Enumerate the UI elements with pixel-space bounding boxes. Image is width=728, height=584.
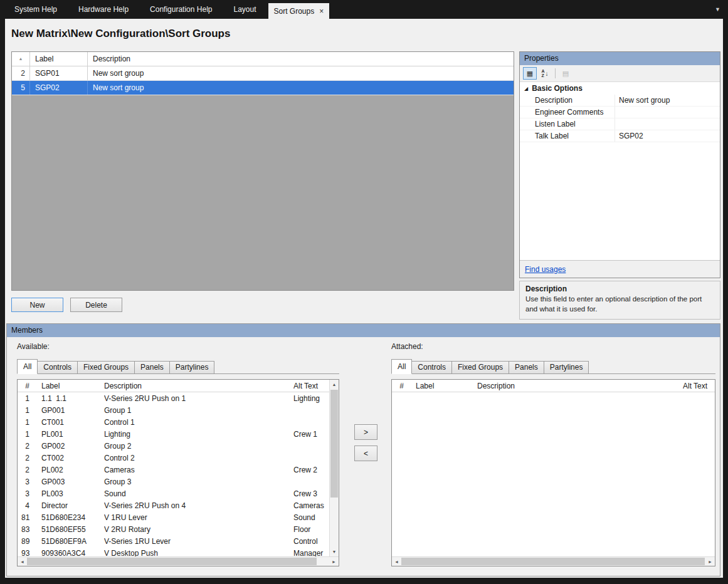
members-header: Members [7, 324, 720, 337]
table-row[interactable]: 4 Director V-Series 2RU Push on 4 Camera… [18, 499, 329, 511]
menu-item[interactable]: Configuration Help [139, 5, 223, 14]
sort-groups-table: ▲ Label Description 2 SGP01 New sort gro… [11, 51, 514, 291]
scroll-right-button[interactable]: ► [705, 557, 715, 566]
tab[interactable]: Panels [509, 361, 544, 373]
properties-header: Properties [520, 52, 720, 65]
cell-description: New sort group [88, 81, 514, 95]
tab[interactable]: All [391, 359, 412, 374]
table-row[interactable]: 89 51D680EF9A V-Series 1RU Lever Control [18, 535, 329, 547]
property-value[interactable]: New sort group [615, 95, 720, 106]
column-header-label[interactable]: Label [416, 382, 473, 390]
cell-alt-text: Sound [293, 513, 329, 522]
row-header[interactable]: 5 [12, 81, 30, 95]
chevron-down-icon[interactable]: ▼ [715, 6, 720, 13]
close-icon[interactable]: × [319, 7, 324, 16]
column-header-number[interactable]: # [21, 382, 29, 390]
column-header-description[interactable]: Description [88, 52, 514, 66]
move-right-button[interactable]: > [354, 424, 377, 440]
tab[interactable]: All [17, 359, 38, 374]
tab[interactable]: Partylines [544, 361, 589, 373]
find-usages-link[interactable]: Find usages [525, 265, 566, 274]
delete-button[interactable]: Delete [70, 298, 122, 312]
tab[interactable]: Partylines [169, 361, 215, 373]
table-row[interactable]: 81 51D680E234 V 1RU Lever Sound [18, 511, 329, 523]
scrollbar-thumb[interactable] [401, 558, 705, 565]
table-row[interactable]: 3 PL003 Sound Crew 3 [18, 488, 329, 499]
column-header-description[interactable]: Description [104, 382, 290, 390]
cell-number: 93 [21, 549, 29, 557]
sort-group-row[interactable]: 2 SGP01 New sort group [12, 66, 514, 81]
scroll-left-button[interactable]: ◄ [392, 557, 401, 566]
scroll-right-icon: ► [708, 560, 712, 564]
cell-label: CT001 [41, 418, 100, 427]
column-header-label[interactable]: Label [30, 52, 88, 66]
property-name: Listen Label [520, 118, 615, 130]
menu-item[interactable]: Hardware Help [68, 5, 139, 14]
property-value[interactable]: SGP02 [615, 130, 720, 142]
horizontal-scrollbar[interactable]: ◄ ► [392, 556, 715, 566]
scroll-up-button[interactable]: ▲ [330, 380, 339, 389]
horizontal-scrollbar[interactable]: ◄ ► [18, 556, 339, 566]
table-row[interactable]: 2 CT002 Control 2 [18, 452, 329, 464]
new-button[interactable]: New [11, 298, 63, 312]
column-header-alt-text[interactable]: Alt Text [683, 382, 715, 390]
sort-group-row[interactable]: 5 SGP02 New sort group [12, 81, 514, 95]
tab-label: Sort Groups [274, 7, 315, 16]
scroll-left-button[interactable]: ◄ [18, 557, 27, 566]
column-header-alt-text[interactable]: Alt Text [293, 382, 329, 390]
attached-table-header: # Label Description Alt Text [392, 380, 715, 392]
scrollbar-thumb[interactable] [330, 390, 338, 498]
cell-alt-text: Lighting [293, 394, 329, 403]
tab[interactable]: Fixed Groups [77, 361, 135, 373]
cell-alt-text: Crew 2 [293, 466, 329, 474]
column-header-number[interactable]: # [396, 382, 404, 390]
property-value[interactable] [615, 118, 720, 130]
property-row[interactable]: Description New sort group [520, 95, 720, 107]
cell-label: 51D680EF9A [41, 537, 100, 546]
table-row[interactable]: 2 PL002 Cameras Crew 2 [18, 464, 329, 476]
cell-description: V-Series 1RU Lever [104, 537, 290, 546]
column-header-description[interactable]: Description [477, 382, 679, 390]
property-row[interactable]: Talk Label SGP02 [520, 130, 720, 142]
property-pages-button: ▤ [559, 67, 572, 80]
table-row[interactable]: 3 GP003 Group 3 [18, 476, 329, 488]
cell-description: V-Series 2RU Push on 1 [104, 394, 290, 403]
tab[interactable]: Fixed Groups [451, 361, 509, 373]
properties-panel: Properties ▦ A Z ↓ ▤ [519, 51, 720, 278]
select-all-corner[interactable]: ▲ [12, 52, 30, 66]
table-row[interactable]: 1 CT001 Control 1 [18, 416, 329, 428]
scroll-down-button[interactable]: ▼ [330, 547, 339, 556]
menu-item[interactable]: Layout [223, 5, 266, 14]
menu-item[interactable]: System Help [4, 5, 68, 14]
table-row[interactable]: 83 51D680EF55 V 2RU Rotary Floor [18, 523, 329, 535]
category-basic-options[interactable]: ◢ Basic Options [520, 82, 720, 95]
cell-label: GP001 [41, 406, 100, 415]
scroll-right-button[interactable]: ► [329, 557, 339, 566]
move-left-button[interactable]: < [354, 446, 377, 461]
categorized-button[interactable]: ▦ [523, 67, 537, 80]
sort-alphabetical-button[interactable]: A Z ↓ [538, 67, 552, 80]
scrollbar-thumb[interactable] [27, 558, 317, 565]
table-row[interactable]: 2 GP002 Group 2 [18, 440, 329, 452]
tab-sort-groups[interactable]: Sort Groups × [268, 3, 330, 19]
table-row[interactable]: 93 909360A3C4 V Desktop Push Manager [18, 547, 329, 556]
table-row[interactable]: 1 GP001 Group 1 [18, 404, 329, 416]
tab[interactable]: Controls [37, 361, 78, 373]
cell-label: PL002 [41, 466, 100, 474]
property-row[interactable]: Engineer Comments [520, 107, 720, 118]
property-rows: Description New sort group Engineer Comm… [520, 95, 720, 142]
cell-alt-text: Manager [293, 549, 329, 557]
table-row[interactable]: 1 1.1 1.1 V-Series 2RU Push on 1 Lightin… [18, 392, 329, 404]
cell-label: GP003 [41, 477, 100, 486]
attached-table: # Label Description Alt Text ◄ ► [391, 379, 715, 566]
tab[interactable]: Panels [134, 361, 170, 373]
row-header[interactable]: 2 [12, 66, 30, 80]
table-row[interactable]: 1 PL001 Lighting Crew 1 [18, 428, 329, 440]
property-row[interactable]: Listen Label [520, 118, 720, 130]
cell-number: 81 [21, 513, 29, 522]
tab[interactable]: Controls [411, 361, 452, 373]
vertical-scrollbar[interactable]: ▲ ▼ [329, 380, 339, 556]
column-header-label[interactable]: Label [41, 382, 100, 390]
property-value[interactable] [615, 107, 720, 118]
scroll-down-icon: ▼ [332, 550, 337, 554]
